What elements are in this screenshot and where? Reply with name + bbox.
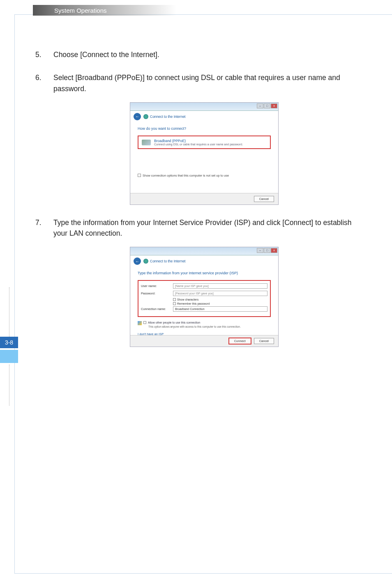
password-row: Password: [Password your ISP gave you] [141,291,267,296]
step-7-num: 7. [44,217,53,228]
page-header: System Operations [33,5,392,16]
allow-others-row[interactable]: Allow other people to use this connectio… [138,321,271,325]
show-chars-row[interactable]: Show characters [173,298,267,301]
username-label: User name: [141,284,173,288]
page-accent-box [0,350,18,363]
allow-others-sub: This option allows anyone with access to… [148,325,271,328]
back-icon-2[interactable]: ← [134,257,141,265]
dialog1-buttons: Cancel [130,193,278,204]
connect-button[interactable]: Connect [228,338,251,345]
dialog1-body: How do you want to connect? Broadband (P… [130,122,278,181]
dialog1-titlebar: – □ x [130,103,278,111]
dialog2-buttons: Connect Cancel [130,335,278,347]
broadband-icon [142,140,151,145]
show-options-label: Show connection options that this comput… [143,174,229,177]
username-row: User name: [Name your ISP gave you] [141,283,267,289]
remember-row[interactable]: Remember this password [173,302,267,305]
page-marker: 3-8 [0,287,18,406]
dialog2-titlebar: – □ x [130,247,278,255]
broadband-title: Broadband (PPPoE) [154,139,243,143]
dialog-isp-info: – □ x ← Connect to the Internet Type the… [130,247,279,347]
content-area: 5.Choose [Connect to the Internet]. 6.Se… [41,49,367,359]
window-controls-2: – □ x [257,248,277,253]
step-5: 5.Choose [Connect to the Internet]. [41,49,367,60]
show-chars-checkbox[interactable] [173,298,176,301]
show-options-checkbox[interactable] [138,174,141,177]
dialog2-body: Type the information from your Internet … [130,267,278,340]
broadband-sub: Connect using DSL or cable that requires… [154,143,243,146]
step-6-num: 6. [44,72,53,83]
show-options-row[interactable]: Show connection options that this comput… [138,174,271,177]
password-input[interactable]: [Password your ISP gave you] [173,291,267,296]
connection-name-input[interactable]: Broadband Connection [173,306,267,312]
cancel-button[interactable]: Cancel [254,196,274,202]
connection-name-label: Connection name: [141,307,173,311]
remember-label: Remember this password [177,302,210,305]
step-7: 7.Type the information from your Interne… [41,217,367,347]
step-7-text: Type the information from your Internet … [53,218,352,237]
close-button[interactable]: x [271,103,277,108]
broadband-option[interactable]: Broadband (PPPoE) Connect using DSL or c… [138,136,271,149]
back-icon[interactable]: ← [134,113,141,120]
dialog2-header: ← Connect to the Internet [130,255,278,267]
minimize-button[interactable]: – [257,103,263,108]
shield-icon [138,321,142,325]
dialog1-title: Connect to the Internet [150,115,185,119]
remember-checkbox[interactable] [173,302,176,305]
connection-name-row: Connection name: Broadband Connection [141,306,267,312]
header-title: System Operations [54,7,107,14]
dotted-line-bottom [9,365,18,406]
username-input[interactable]: [Name your ISP gave you] [173,283,267,289]
screenshot-1-container: – □ x ← Connect to the Internet How do y… [41,102,367,205]
allow-others-label: Allow other people to use this connectio… [148,321,200,324]
step-5-text: Choose [Connect to the Internet]. [53,51,159,59]
dialog2-prompt: Type the information from your Internet … [138,271,271,275]
window-controls: – □ x [257,103,277,108]
step-5-num: 5. [44,49,53,60]
close-button-2[interactable]: x [271,248,277,253]
step-6-text: Select [Broadband (PPPoE)] to connect us… [53,74,340,92]
cancel-button-2[interactable]: Cancel [254,338,274,344]
step-6: 6.Select [Broadband (PPPoE)] to connect … [41,72,367,205]
password-label: Password: [141,292,173,295]
globe-icon-2 [143,259,148,264]
dialog-connect-options: – □ x ← Connect to the Internet How do y… [130,102,279,205]
page-number: 3-8 [0,337,18,348]
show-chars-label: Show characters [177,298,198,301]
maximize-button-2[interactable]: □ [264,248,270,253]
dialog1-prompt: How do you want to connect? [138,126,271,131]
globe-icon [143,114,148,119]
maximize-button[interactable]: □ [264,103,270,108]
dialog1-header: ← Connect to the Internet [130,111,278,122]
allow-others-checkbox[interactable] [143,321,146,324]
dotted-line-top [9,287,18,337]
isp-form: User name: [Name your ISP gave you] Pass… [138,280,271,317]
dialog2-title: Connect to the Internet [150,259,185,263]
minimize-button-2[interactable]: – [257,248,263,253]
screenshot-2-container: – □ x ← Connect to the Internet Type the… [41,247,367,347]
